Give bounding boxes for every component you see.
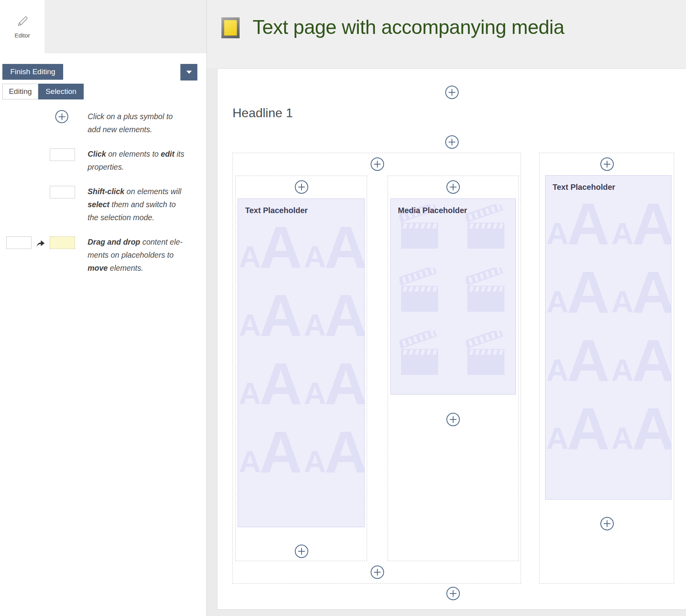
letter-pattern: AAAAAAAAAAAAAAAA [545,176,671,499]
plus-circle-icon [371,158,383,170]
grid-column-left[interactable]: AAAAAAAAAAAAAAAA Text Placeholder [235,176,367,561]
editor-tab-label: Editor [15,32,30,39]
page-content-canvas: Headline 1 AAAAAAAAAAAAAAAA Text Placeho… [217,68,686,610]
pencil-icon [16,15,29,28]
tab-editor[interactable]: Editor [0,0,45,53]
help-text: Shift-click on elements will select them… [88,185,185,224]
element-outline-icon [6,236,32,249]
add-element-button-grid-bottom[interactable] [371,565,384,579]
add-element-button-col1-top[interactable] [295,180,308,194]
mode-toggle: Editing Selection [2,84,84,99]
clapperboard-icon [399,331,440,376]
drag-arrow-icon [36,239,45,247]
add-element-button-above-grid[interactable] [445,135,459,149]
plus-circle-icon [447,588,459,599]
drop-placeholder-icon [50,236,75,249]
clapperboard-icon [466,331,507,376]
add-element-button-page-bottom[interactable] [446,587,460,600]
help-icon-cell [2,110,75,136]
add-element-button-col1-bottom[interactable] [295,545,308,558]
plus-circle-icon [296,545,307,557]
element-outline-icon [50,148,75,161]
help-text: Click on a plus symbol to add new elemen… [88,110,185,136]
clapperboard-icon [466,268,507,313]
help-icon-cell [2,236,75,275]
finish-editing-button[interactable]: Finish Editing [2,64,63,80]
headline-element[interactable]: Headline 1 [232,106,293,120]
add-element-button-col3-top[interactable] [600,157,614,171]
text-placeholder-element-col3[interactable]: AAAAAAAAAAAAAAAA Text Placeholder [545,175,671,500]
add-element-button-col2-top[interactable] [446,180,460,194]
help-text: Drag and drop content ele­ments on place… [88,236,185,275]
help-row: Click on a plus symbol to add new elemen… [2,110,196,136]
page-title: Text page with accompanying media [253,16,564,39]
clapperboard-icon [399,268,440,313]
grid-container-two-columns[interactable]: AAAAAAAAAAAAAAAA Text Placeholder Media … [232,153,521,584]
plus-circle-icon [601,158,613,170]
help-text: Click on elements to edit its properties… [88,148,185,174]
page-header: Text page with accompanying media [207,0,686,68]
plus-circle-icon [601,518,613,530]
add-element-button-col3-bottom[interactable] [600,517,614,530]
editing-options-dropdown-button[interactable] [180,64,197,81]
plus-circle-icon [446,136,458,148]
text-placeholder-element-col1[interactable]: AAAAAAAAAAAAAAAA Text Placeholder [238,198,365,527]
module-tabstrip: Editor [0,0,206,53]
grid-column-right[interactable]: Media Placeholder [388,176,519,561]
help-icon-cell [2,185,75,224]
main-area: Text page with accompanying media Headli… [207,0,686,616]
help-list: Click on a plus symbol to add new elemen… [2,110,196,286]
plus-circle-icon [55,110,68,123]
add-element-button-col2-below-media[interactable] [446,413,460,426]
help-row: Drag and drop content ele­ments on place… [2,236,196,275]
placeholder-label: Media Placeholder [398,206,467,215]
mode-tab-selection[interactable]: Selection [38,84,84,99]
plus-circle-icon [296,181,307,193]
right-column-container[interactable]: AAAAAAAAAAAAAAAA Text Placeholder [539,153,674,584]
clapperboard-pattern [391,199,515,394]
help-icon-cell [2,148,75,174]
sidebar: Editor Finish Editing Editing Selection … [0,0,207,616]
media-placeholder-element[interactable]: Media Placeholder [390,198,516,395]
add-element-button-grid-top[interactable] [371,157,384,171]
clapperboard-icon [466,204,507,249]
plus-circle-icon [447,181,459,193]
page-type-icon [221,17,240,38]
element-outline-icon [50,186,75,198]
caret-down-icon [186,71,192,74]
placeholder-label: Text Placeholder [553,183,615,192]
placeholder-label: Text Placeholder [245,206,308,215]
page-type-icon-fill [224,20,237,36]
plus-circle-icon [371,566,383,578]
mode-tab-editing[interactable]: Editing [2,84,38,99]
plus-circle-icon [447,414,459,425]
help-row: Shift-click on elements will select them… [2,185,196,224]
letter-pattern: AAAAAAAAAAAAAAAA [238,199,364,527]
plus-circle-icon [446,86,458,98]
add-element-button-page-top[interactable] [445,86,459,99]
help-row: Click on elements to edit its properties… [2,148,196,174]
